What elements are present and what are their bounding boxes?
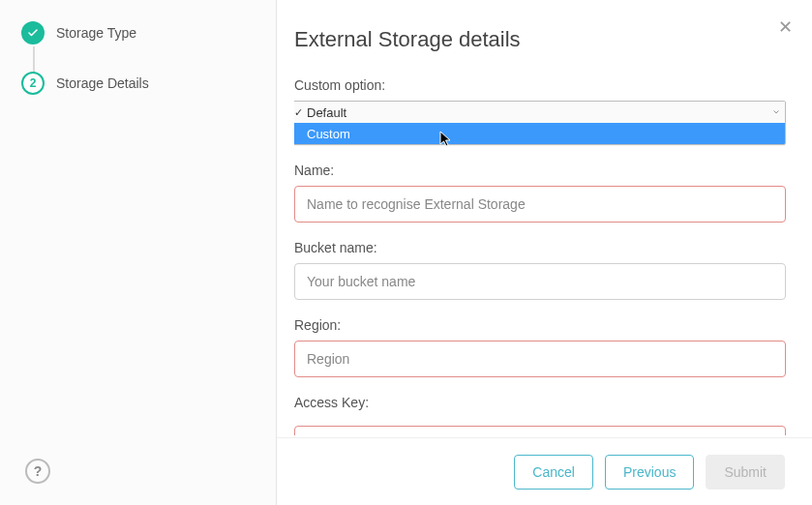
option-custom[interactable]: Custom xyxy=(294,123,785,144)
name-input[interactable] xyxy=(294,186,786,223)
accesskey-label: Access Key: xyxy=(294,395,789,410)
wizard-step-storage-details[interactable]: 2 Storage Details xyxy=(21,72,255,95)
step-connector xyxy=(33,46,35,74)
close-icon[interactable]: ✕ xyxy=(775,17,795,37)
cancel-button[interactable]: Cancel xyxy=(514,455,593,490)
name-group: Name: xyxy=(294,163,789,223)
submit-button[interactable]: Submit xyxy=(706,455,785,490)
bucket-input[interactable] xyxy=(294,263,786,300)
main-panel: ✕ External Storage details Custom option… xyxy=(277,0,812,435)
option-label: Default xyxy=(307,105,346,120)
page-title: External Storage details xyxy=(294,27,789,52)
chevron-down-icon: ⌵ xyxy=(773,104,779,115)
accesskey-input[interactable] xyxy=(294,426,786,435)
region-group: Region: xyxy=(294,317,789,377)
region-label: Region: xyxy=(294,317,789,333)
wizard-sidebar: Storage Type 2 Storage Details ? xyxy=(0,0,277,505)
wizard-footer: Cancel Previous Submit xyxy=(277,437,812,505)
step-label: Storage Type xyxy=(56,25,136,41)
help-icon[interactable]: ? xyxy=(25,459,50,484)
accesskey-group: Access Key: xyxy=(294,395,789,435)
custom-option-group: Custom option: ✓ Default ⌵ Custom xyxy=(294,77,789,145)
step-label: Storage Details xyxy=(56,75,149,91)
previous-button[interactable]: Previous xyxy=(605,455,694,490)
bucket-label: Bucket name: xyxy=(294,240,789,255)
step-number-icon: 2 xyxy=(21,72,45,95)
wizard-step-storage-type[interactable]: Storage Type xyxy=(21,21,255,45)
option-default[interactable]: ✓ Default ⌵ xyxy=(294,102,785,123)
bucket-group: Bucket name: xyxy=(294,240,789,300)
option-label: Custom xyxy=(307,127,350,141)
region-input[interactable] xyxy=(294,341,786,377)
check-icon: ✓ xyxy=(294,106,305,119)
custom-option-select[interactable]: ✓ Default ⌵ Custom xyxy=(294,101,786,145)
name-label: Name: xyxy=(294,163,789,178)
check-icon xyxy=(21,21,45,45)
custom-option-label: Custom option: xyxy=(294,77,789,93)
